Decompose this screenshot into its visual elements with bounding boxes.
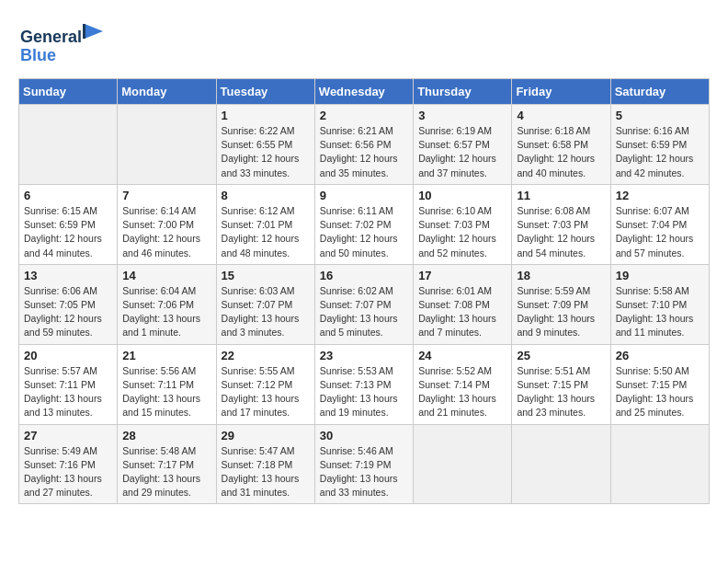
day-info: Sunrise: 5:59 AM Sunset: 7:09 PM Dayligh… bbox=[517, 284, 605, 340]
day-info: Sunrise: 5:56 AM Sunset: 7:11 PM Dayligh… bbox=[122, 364, 210, 420]
calendar-cell: 6Sunrise: 6:15 AM Sunset: 6:59 PM Daylig… bbox=[19, 184, 118, 264]
day-number: 11 bbox=[517, 189, 605, 202]
weekday-header-monday: Monday bbox=[118, 79, 216, 105]
svg-text:General: General bbox=[20, 28, 82, 46]
day-info: Sunrise: 6:06 AM Sunset: 7:05 PM Dayligh… bbox=[24, 284, 112, 340]
calendar-week-row: 1Sunrise: 6:22 AM Sunset: 6:55 PM Daylig… bbox=[19, 105, 710, 185]
day-number: 17 bbox=[418, 269, 506, 282]
day-info: Sunrise: 5:52 AM Sunset: 7:14 PM Dayligh… bbox=[418, 364, 506, 420]
calendar-cell bbox=[414, 424, 512, 504]
calendar-week-row: 20Sunrise: 5:57 AM Sunset: 7:11 PM Dayli… bbox=[19, 344, 710, 424]
day-info: Sunrise: 6:14 AM Sunset: 7:00 PM Dayligh… bbox=[122, 204, 210, 260]
calendar-cell: 27Sunrise: 5:49 AM Sunset: 7:16 PM Dayli… bbox=[19, 424, 118, 504]
day-number: 13 bbox=[24, 269, 112, 282]
day-info: Sunrise: 6:22 AM Sunset: 6:55 PM Dayligh… bbox=[222, 124, 310, 180]
calendar-cell: 1Sunrise: 6:22 AM Sunset: 6:55 PM Daylig… bbox=[216, 105, 314, 185]
calendar-cell: 7Sunrise: 6:14 AM Sunset: 7:00 PM Daylig… bbox=[118, 184, 216, 264]
day-number: 14 bbox=[122, 269, 210, 282]
day-info: Sunrise: 6:21 AM Sunset: 6:56 PM Dayligh… bbox=[320, 124, 408, 180]
day-info: Sunrise: 5:49 AM Sunset: 7:16 PM Dayligh… bbox=[24, 444, 112, 500]
day-number: 28 bbox=[122, 429, 210, 442]
weekday-header-thursday: Thursday bbox=[414, 79, 512, 105]
day-info: Sunrise: 5:48 AM Sunset: 7:17 PM Dayligh… bbox=[122, 444, 210, 500]
calendar-cell: 23Sunrise: 5:53 AM Sunset: 7:13 PM Dayli… bbox=[314, 344, 413, 424]
day-number: 12 bbox=[616, 189, 704, 202]
calendar-week-row: 6Sunrise: 6:15 AM Sunset: 6:59 PM Daylig… bbox=[19, 184, 710, 264]
calendar-cell: 9Sunrise: 6:11 AM Sunset: 7:02 PM Daylig… bbox=[314, 184, 413, 264]
calendar-cell: 19Sunrise: 5:58 AM Sunset: 7:10 PM Dayli… bbox=[610, 264, 709, 344]
calendar-cell: 25Sunrise: 5:51 AM Sunset: 7:15 PM Dayli… bbox=[512, 344, 610, 424]
day-info: Sunrise: 6:12 AM Sunset: 7:01 PM Dayligh… bbox=[222, 204, 310, 260]
day-info: Sunrise: 6:15 AM Sunset: 6:59 PM Dayligh… bbox=[24, 204, 112, 260]
calendar-cell bbox=[19, 105, 118, 185]
day-number: 21 bbox=[122, 349, 210, 362]
calendar-cell: 14Sunrise: 6:04 AM Sunset: 7:06 PM Dayli… bbox=[118, 264, 216, 344]
day-number: 1 bbox=[222, 109, 310, 122]
weekday-header-row: SundayMondayTuesdayWednesdayThursdayFrid… bbox=[19, 79, 710, 105]
day-info: Sunrise: 5:46 AM Sunset: 7:19 PM Dayligh… bbox=[320, 444, 408, 500]
calendar-table: SundayMondayTuesdayWednesdayThursdayFrid… bbox=[18, 78, 710, 504]
calendar-cell bbox=[118, 105, 216, 185]
calendar-cell: 16Sunrise: 6:02 AM Sunset: 7:07 PM Dayli… bbox=[314, 264, 413, 344]
day-number: 15 bbox=[222, 269, 310, 282]
calendar-cell: 4Sunrise: 6:18 AM Sunset: 6:58 PM Daylig… bbox=[512, 105, 610, 185]
calendar-cell: 20Sunrise: 5:57 AM Sunset: 7:11 PM Dayli… bbox=[19, 344, 118, 424]
calendar-cell: 11Sunrise: 6:08 AM Sunset: 7:03 PM Dayli… bbox=[512, 184, 610, 264]
calendar-week-row: 27Sunrise: 5:49 AM Sunset: 7:16 PM Dayli… bbox=[19, 424, 710, 504]
calendar-cell: 3Sunrise: 6:19 AM Sunset: 6:57 PM Daylig… bbox=[414, 105, 512, 185]
day-number: 26 bbox=[616, 349, 704, 362]
day-number: 25 bbox=[517, 349, 605, 362]
calendar-cell: 12Sunrise: 6:07 AM Sunset: 7:04 PM Dayli… bbox=[610, 184, 709, 264]
day-info: Sunrise: 6:02 AM Sunset: 7:07 PM Dayligh… bbox=[320, 284, 408, 340]
day-info: Sunrise: 5:51 AM Sunset: 7:15 PM Dayligh… bbox=[517, 364, 605, 420]
day-number: 2 bbox=[320, 109, 408, 122]
calendar-cell: 30Sunrise: 5:46 AM Sunset: 7:19 PM Dayli… bbox=[314, 424, 413, 504]
calendar-cell: 22Sunrise: 5:55 AM Sunset: 7:12 PM Dayli… bbox=[216, 344, 314, 424]
day-number: 9 bbox=[320, 189, 408, 202]
day-info: Sunrise: 5:53 AM Sunset: 7:13 PM Dayligh… bbox=[320, 364, 408, 420]
day-info: Sunrise: 6:01 AM Sunset: 7:08 PM Dayligh… bbox=[418, 284, 506, 340]
day-info: Sunrise: 5:57 AM Sunset: 7:11 PM Dayligh… bbox=[24, 364, 112, 420]
day-number: 4 bbox=[517, 109, 605, 122]
logo-svg: General Blue bbox=[18, 18, 110, 69]
day-info: Sunrise: 6:08 AM Sunset: 7:03 PM Dayligh… bbox=[517, 204, 605, 260]
day-number: 19 bbox=[616, 269, 704, 282]
day-number: 27 bbox=[24, 429, 112, 442]
calendar-cell: 10Sunrise: 6:10 AM Sunset: 7:03 PM Dayli… bbox=[414, 184, 512, 264]
day-info: Sunrise: 6:07 AM Sunset: 7:04 PM Dayligh… bbox=[616, 204, 704, 260]
day-info: Sunrise: 6:10 AM Sunset: 7:03 PM Dayligh… bbox=[418, 204, 506, 260]
day-number: 5 bbox=[616, 109, 704, 122]
calendar-cell: 5Sunrise: 6:16 AM Sunset: 6:59 PM Daylig… bbox=[610, 105, 709, 185]
calendar-cell: 13Sunrise: 6:06 AM Sunset: 7:05 PM Dayli… bbox=[19, 264, 118, 344]
day-number: 6 bbox=[24, 189, 112, 202]
calendar-cell: 29Sunrise: 5:47 AM Sunset: 7:18 PM Dayli… bbox=[216, 424, 314, 504]
day-number: 24 bbox=[418, 349, 506, 362]
calendar-cell: 17Sunrise: 6:01 AM Sunset: 7:08 PM Dayli… bbox=[414, 264, 512, 344]
day-number: 20 bbox=[24, 349, 112, 362]
calendar-cell: 28Sunrise: 5:48 AM Sunset: 7:17 PM Dayli… bbox=[118, 424, 216, 504]
svg-rect-3 bbox=[83, 24, 85, 39]
day-info: Sunrise: 6:04 AM Sunset: 7:06 PM Dayligh… bbox=[122, 284, 210, 340]
day-info: Sunrise: 5:50 AM Sunset: 7:15 PM Dayligh… bbox=[616, 364, 704, 420]
day-number: 30 bbox=[320, 429, 408, 442]
calendar-cell: 15Sunrise: 6:03 AM Sunset: 7:07 PM Dayli… bbox=[216, 264, 314, 344]
day-number: 3 bbox=[418, 109, 506, 122]
weekday-header-wednesday: Wednesday bbox=[314, 79, 413, 105]
calendar-cell: 18Sunrise: 5:59 AM Sunset: 7:09 PM Dayli… bbox=[512, 264, 610, 344]
day-number: 7 bbox=[122, 189, 210, 202]
day-number: 8 bbox=[222, 189, 310, 202]
calendar-cell: 8Sunrise: 6:12 AM Sunset: 7:01 PM Daylig… bbox=[216, 184, 314, 264]
day-info: Sunrise: 6:18 AM Sunset: 6:58 PM Dayligh… bbox=[517, 124, 605, 180]
day-info: Sunrise: 5:55 AM Sunset: 7:12 PM Dayligh… bbox=[222, 364, 310, 420]
page-header: General Blue bbox=[18, 18, 710, 69]
weekday-header-friday: Friday bbox=[512, 79, 610, 105]
calendar-cell bbox=[512, 424, 610, 504]
weekday-header-sunday: Sunday bbox=[19, 79, 118, 105]
weekday-header-saturday: Saturday bbox=[610, 79, 709, 105]
day-number: 16 bbox=[320, 269, 408, 282]
svg-text:Blue: Blue bbox=[20, 46, 56, 64]
day-info: Sunrise: 6:16 AM Sunset: 6:59 PM Dayligh… bbox=[616, 124, 704, 180]
calendar-cell: 24Sunrise: 5:52 AM Sunset: 7:14 PM Dayli… bbox=[414, 344, 512, 424]
day-info: Sunrise: 6:19 AM Sunset: 6:57 PM Dayligh… bbox=[418, 124, 506, 180]
day-number: 22 bbox=[222, 349, 310, 362]
